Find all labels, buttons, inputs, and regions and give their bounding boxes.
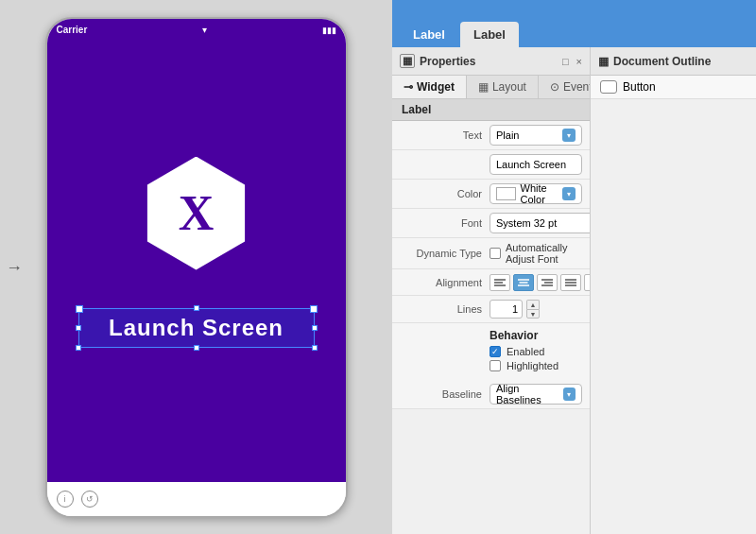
doc-outline-header: ▦ Document Outline [591, 47, 756, 76]
font-label: Font [400, 217, 490, 229]
stepper-buttons: ▲ ▼ [526, 300, 540, 319]
iphone-frame: Carrier ▾ ▮▮▮ X Launch Screen [45, 17, 348, 518]
left-arrow-icon: → [6, 257, 23, 277]
properties-header: ▦ Properties □ × [392, 47, 590, 76]
properties-title: Properties [420, 55, 475, 68]
simulator-panel: → Carrier ▾ ▮▮▮ X [0, 0, 392, 534]
enabled-checkbox[interactable]: ✓ [490, 346, 501, 357]
enabled-row: ✓ Enabled [400, 346, 582, 357]
align-justify-btn[interactable] [560, 274, 581, 291]
align-right-btn[interactable] [537, 274, 558, 291]
hex-logo: X [135, 147, 258, 280]
dynamic-type-label: Dynamic Type [400, 248, 490, 259]
properties-panel-icon: ▦ [400, 54, 415, 68]
align-left-btn[interactable] [490, 274, 510, 291]
handle-bottom [194, 345, 199, 351]
align-dash-btn[interactable]: --- [584, 274, 590, 291]
highlighted-checkbox[interactable] [490, 360, 501, 371]
doc-outline-title: Document Outline [613, 55, 711, 68]
panel-header-icons: □ × [562, 56, 582, 67]
widget-icon: ⊸ [404, 80, 413, 94]
handle-bottom-left [76, 345, 81, 351]
color-select[interactable]: White Color ▾ [490, 183, 582, 204]
properties-panel: ▦ Properties □ × ⊸ Widget ▦ Layout [392, 47, 591, 534]
text-select-value: Plain [496, 129, 519, 141]
dynamic-type-value: Automatically Adjust Font [490, 242, 582, 265]
events-icon: ⊙ [550, 80, 559, 94]
baseline-row: Baseline Align Baselines ▾ [392, 380, 590, 409]
close-icon[interactable]: × [576, 56, 582, 67]
lines-input[interactable] [490, 300, 523, 319]
layout-icon: ▦ [478, 80, 489, 94]
alignment-label: Alignment [400, 277, 490, 288]
font-value: T [490, 213, 590, 233]
lines-label: Lines [400, 303, 490, 315]
baseline-arrow: ▾ [563, 388, 576, 401]
color-swatch: White Color [496, 182, 562, 205]
tab-events[interactable]: ⊙ Events [539, 76, 591, 98]
behavior-title: Behavior [400, 329, 582, 342]
panels-row: ▦ Properties □ × ⊸ Widget ▦ Layout [392, 47, 756, 534]
highlighted-label: Highlighted [507, 360, 558, 371]
minimize-icon[interactable]: □ [562, 56, 569, 67]
text-input-row [392, 150, 590, 180]
baseline-value: Align Baselines ▾ [490, 384, 582, 405]
tab-label-2[interactable]: Label [460, 22, 519, 47]
app-content: X Launch Screen [47, 42, 346, 482]
text-property-row: Text Plain ▾ [392, 121, 590, 150]
tab-layout[interactable]: ▦ Layout [467, 76, 539, 98]
text-select-arrow: ▾ [562, 129, 576, 142]
carrier-label: Carrier [57, 25, 88, 35]
tab-label-1[interactable]: Label [400, 22, 458, 47]
baseline-select[interactable]: Align Baselines ▾ [490, 384, 582, 405]
stepper-down[interactable]: ▼ [526, 309, 540, 319]
dynamic-type-row: Dynamic Type Automatically Adjust Font [392, 238, 590, 269]
iphone-bottom-bar: i ↺ [47, 482, 346, 516]
highlighted-row: Highlighted [400, 360, 582, 371]
color-arrow: ▾ [562, 187, 576, 200]
info-icon[interactable]: i [57, 491, 74, 508]
hexagon-shape: X [140, 157, 253, 270]
alignment-value: --- [490, 274, 590, 291]
dynamic-type-checkbox[interactable] [490, 248, 501, 259]
text-label: Text [400, 129, 490, 141]
handle-bottom-right [312, 345, 318, 351]
text-select[interactable]: Plain ▾ [490, 125, 582, 146]
font-row-value: T [490, 213, 590, 233]
tab-widget[interactable]: ⊸ Widget [392, 76, 467, 98]
lines-stepper: ▲ ▼ [490, 300, 540, 319]
button-icon-box [600, 80, 617, 94]
font-input[interactable] [490, 213, 590, 233]
font-property-row: Font T [392, 209, 590, 238]
align-center-btn[interactable] [513, 274, 534, 291]
layout-label: Layout [492, 80, 526, 94]
behavior-section: Behavior ✓ Enabled Highlighted [392, 323, 590, 380]
color-property-row: Color White Color ▾ [392, 180, 590, 209]
doc-outline-panel: ▦ Document Outline Button [591, 47, 756, 534]
section-label: Label [392, 99, 590, 121]
refresh-icon[interactable]: ↺ [81, 491, 98, 508]
events-label: Events [563, 80, 591, 94]
color-value: White Color ▾ [490, 183, 582, 204]
baseline-select-value: Align Baselines [496, 383, 563, 405]
status-icons: ▮▮▮ [322, 26, 336, 35]
right-panel: Label Label ▦ Properties □ × ⊸ Widg [392, 0, 756, 534]
status-bar: Carrier ▾ ▮▮▮ [47, 19, 346, 42]
text-value: Plain ▾ [490, 125, 582, 146]
stepper-up[interactable]: ▲ [526, 300, 540, 309]
launch-screen-input[interactable] [490, 154, 582, 175]
alignment-group: --- [490, 274, 590, 291]
properties-title-area: ▦ Properties [400, 54, 475, 68]
launch-screen-label: Launch Screen [109, 315, 284, 340]
lines-row: Lines ▲ ▼ [392, 296, 590, 323]
button-item[interactable]: Button [591, 76, 756, 99]
lines-value: ▲ ▼ [490, 300, 582, 319]
text-input-value [490, 154, 582, 175]
doc-outline-icon: ▦ [598, 55, 609, 68]
label-selected-box[interactable]: Launch Screen [78, 308, 315, 348]
alignment-row: Alignment [392, 269, 590, 296]
battery-icon: ▮▮▮ [322, 26, 336, 35]
enabled-label: Enabled [507, 346, 544, 357]
color-label: Color [400, 188, 490, 199]
color-rect [496, 187, 516, 200]
